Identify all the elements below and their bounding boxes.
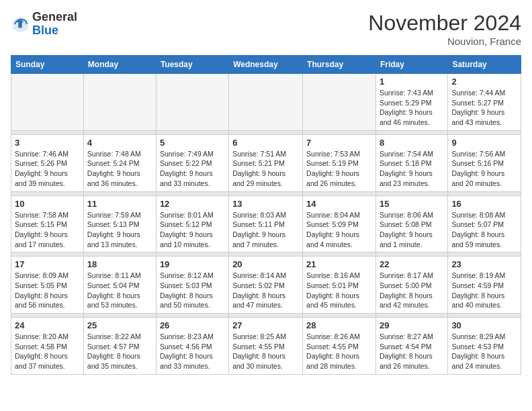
day-cell: 6Sunrise: 7:51 AM Sunset: 5:21 PM Daylig… — [229, 134, 303, 191]
day-number: 14 — [306, 199, 372, 209]
day-info: Sunrise: 7:54 AM Sunset: 5:18 PM Dayligh… — [380, 149, 444, 189]
day-info: Sunrise: 8:01 AM Sunset: 5:12 PM Dayligh… — [160, 210, 225, 250]
day-number: 13 — [232, 199, 299, 209]
day-info: Sunrise: 8:19 AM Sunset: 4:59 PM Dayligh… — [451, 271, 517, 310]
day-cell: 30Sunrise: 8:29 AM Sunset: 4:53 PM Dayli… — [448, 318, 521, 375]
logo: General Blue — [11, 11, 77, 38]
day-cell: 22Sunrise: 8:17 AM Sunset: 5:00 PM Dayli… — [375, 257, 447, 314]
day-number: 8 — [380, 138, 444, 148]
day-cell: 19Sunrise: 8:12 AM Sunset: 5:03 PM Dayli… — [156, 257, 228, 314]
day-number: 4 — [87, 138, 152, 148]
day-info: Sunrise: 7:59 AM Sunset: 5:13 PM Dayligh… — [87, 210, 152, 250]
day-info: Sunrise: 8:12 AM Sunset: 5:03 PM Dayligh… — [160, 271, 225, 310]
day-info: Sunrise: 8:26 AM Sunset: 4:55 PM Dayligh… — [306, 332, 372, 371]
day-number: 23 — [451, 259, 517, 269]
day-number: 3 — [15, 138, 80, 148]
day-info: Sunrise: 8:04 AM Sunset: 5:09 PM Dayligh… — [306, 210, 372, 250]
day-info: Sunrise: 8:27 AM Sunset: 4:54 PM Dayligh… — [380, 332, 444, 371]
day-cell — [11, 74, 84, 131]
day-number: 7 — [306, 138, 372, 148]
day-number: 24 — [15, 320, 80, 330]
day-cell: 15Sunrise: 8:06 AM Sunset: 5:08 PM Dayli… — [375, 195, 447, 253]
day-cell — [303, 74, 376, 131]
day-cell — [83, 74, 156, 131]
day-cell: 5Sunrise: 7:49 AM Sunset: 5:22 PM Daylig… — [156, 134, 228, 191]
day-number: 2 — [451, 77, 517, 87]
location-title: Nouvion, France — [368, 36, 521, 47]
day-cell: 29Sunrise: 8:27 AM Sunset: 4:54 PM Dayli… — [375, 318, 447, 375]
day-cell: 24Sunrise: 8:20 AM Sunset: 4:58 PM Dayli… — [11, 318, 84, 375]
day-number: 28 — [306, 320, 372, 330]
header: General Blue November 2024 Nouvion, Fran… — [11, 11, 521, 47]
day-number: 15 — [380, 199, 444, 209]
col-tuesday: Tuesday — [156, 56, 228, 74]
day-cell: 17Sunrise: 8:09 AM Sunset: 5:05 PM Dayli… — [11, 257, 84, 314]
day-cell: 7Sunrise: 7:53 AM Sunset: 5:19 PM Daylig… — [303, 134, 376, 191]
day-info: Sunrise: 7:56 AM Sunset: 5:16 PM Dayligh… — [451, 149, 517, 189]
day-info: Sunrise: 8:03 AM Sunset: 5:11 PM Dayligh… — [232, 210, 299, 250]
day-info: Sunrise: 8:17 AM Sunset: 5:00 PM Dayligh… — [380, 271, 444, 310]
day-number: 11 — [87, 199, 152, 209]
col-sunday: Sunday — [11, 56, 84, 74]
day-cell: 13Sunrise: 8:03 AM Sunset: 5:11 PM Dayli… — [229, 195, 303, 253]
col-thursday: Thursday — [303, 56, 376, 74]
day-info: Sunrise: 8:20 AM Sunset: 4:58 PM Dayligh… — [15, 332, 80, 371]
calendar-table: Sunday Monday Tuesday Wednesday Thursday… — [11, 55, 521, 375]
day-cell: 23Sunrise: 8:19 AM Sunset: 4:59 PM Dayli… — [448, 257, 521, 314]
day-info: Sunrise: 8:14 AM Sunset: 5:02 PM Dayligh… — [232, 271, 299, 310]
col-wednesday: Wednesday — [229, 56, 303, 74]
logo-blue: Blue — [32, 24, 77, 38]
day-number: 18 — [87, 259, 152, 269]
col-saturday: Saturday — [448, 56, 521, 74]
day-number: 9 — [451, 138, 517, 148]
month-title: November 2024 — [368, 11, 521, 36]
day-info: Sunrise: 7:46 AM Sunset: 5:26 PM Dayligh… — [15, 149, 80, 189]
day-info: Sunrise: 7:51 AM Sunset: 5:21 PM Dayligh… — [232, 149, 299, 189]
logo-general: General — [32, 11, 77, 24]
day-cell: 11Sunrise: 7:59 AM Sunset: 5:13 PM Dayli… — [83, 195, 156, 253]
day-cell — [229, 74, 303, 131]
day-cell: 4Sunrise: 7:48 AM Sunset: 5:24 PM Daylig… — [83, 134, 156, 191]
day-cell: 28Sunrise: 8:26 AM Sunset: 4:55 PM Dayli… — [303, 318, 376, 375]
day-number: 17 — [15, 259, 80, 269]
day-info: Sunrise: 8:11 AM Sunset: 5:04 PM Dayligh… — [87, 271, 152, 310]
day-info: Sunrise: 8:22 AM Sunset: 4:57 PM Dayligh… — [87, 332, 152, 371]
week-row-2: 10Sunrise: 7:58 AM Sunset: 5:15 PM Dayli… — [11, 195, 521, 253]
day-number: 12 — [160, 199, 225, 209]
day-cell: 8Sunrise: 7:54 AM Sunset: 5:18 PM Daylig… — [375, 134, 447, 191]
day-number: 27 — [232, 320, 299, 330]
day-info: Sunrise: 8:23 AM Sunset: 4:56 PM Dayligh… — [160, 332, 225, 371]
col-friday: Friday — [375, 56, 447, 74]
day-number: 5 — [160, 138, 225, 148]
day-cell: 26Sunrise: 8:23 AM Sunset: 4:56 PM Dayli… — [156, 318, 228, 375]
day-number: 20 — [232, 259, 299, 269]
day-info: Sunrise: 8:08 AM Sunset: 5:07 PM Dayligh… — [451, 210, 517, 250]
week-row-3: 17Sunrise: 8:09 AM Sunset: 5:05 PM Dayli… — [11, 257, 521, 314]
day-cell: 10Sunrise: 7:58 AM Sunset: 5:15 PM Dayli… — [11, 195, 84, 253]
day-cell: 9Sunrise: 7:56 AM Sunset: 5:16 PM Daylig… — [448, 134, 521, 191]
day-info: Sunrise: 8:09 AM Sunset: 5:05 PM Dayligh… — [15, 271, 80, 310]
day-info: Sunrise: 8:25 AM Sunset: 4:55 PM Dayligh… — [232, 332, 299, 371]
day-cell: 12Sunrise: 8:01 AM Sunset: 5:12 PM Dayli… — [156, 195, 228, 253]
day-cell: 21Sunrise: 8:16 AM Sunset: 5:01 PM Dayli… — [303, 257, 376, 314]
day-cell: 18Sunrise: 8:11 AM Sunset: 5:04 PM Dayli… — [83, 257, 156, 314]
day-info: Sunrise: 7:44 AM Sunset: 5:27 PM Dayligh… — [451, 88, 517, 128]
logo-icon — [11, 15, 30, 34]
day-number: 29 — [380, 320, 444, 330]
title-area: November 2024 Nouvion, France — [368, 11, 521, 47]
day-number: 6 — [232, 138, 299, 148]
day-info: Sunrise: 7:48 AM Sunset: 5:24 PM Dayligh… — [87, 149, 152, 189]
day-number: 25 — [87, 320, 152, 330]
col-monday: Monday — [83, 56, 156, 74]
day-number: 1 — [380, 77, 444, 87]
day-info: Sunrise: 8:06 AM Sunset: 5:08 PM Dayligh… — [380, 210, 444, 250]
week-row-4: 24Sunrise: 8:20 AM Sunset: 4:58 PM Dayli… — [11, 318, 521, 375]
header-row: Sunday Monday Tuesday Wednesday Thursday… — [11, 56, 521, 74]
logo-text: General Blue — [32, 11, 77, 38]
day-number: 10 — [15, 199, 80, 209]
day-info: Sunrise: 7:43 AM Sunset: 5:29 PM Dayligh… — [380, 88, 444, 128]
day-cell: 2Sunrise: 7:44 AM Sunset: 5:27 PM Daylig… — [448, 74, 521, 131]
day-number: 26 — [160, 320, 225, 330]
day-info: Sunrise: 7:49 AM Sunset: 5:22 PM Dayligh… — [160, 149, 225, 189]
day-cell: 14Sunrise: 8:04 AM Sunset: 5:09 PM Dayli… — [303, 195, 376, 253]
